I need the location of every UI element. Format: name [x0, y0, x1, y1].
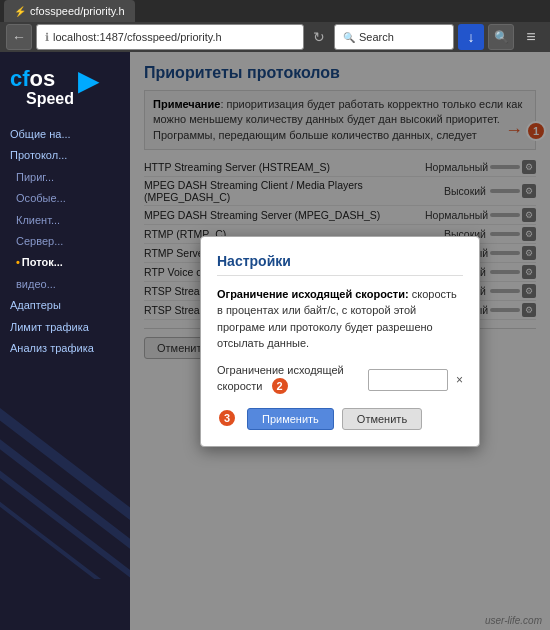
modal-body: Ограничение исходящей скорости: скорость… [217, 286, 463, 352]
modal-cancel-button[interactable]: Отменить [342, 408, 422, 430]
sidebar-item-special[interactable]: Особые... [0, 188, 130, 209]
sidebar-item-protocols[interactable]: Протокол... [0, 145, 130, 166]
clear-input-button[interactable]: × [456, 373, 463, 387]
main-content: Приоритеты протоколов Примечание: приори… [130, 52, 550, 630]
search-text: Search [359, 31, 394, 43]
browser-toolbar: ← ℹ localhost:1487/cfosspeed/priority.h … [0, 22, 550, 52]
apply-button[interactable]: Применить [247, 408, 334, 430]
sidebar: cfos Speed ▶ Общие на... Протокол... Пир… [0, 52, 130, 630]
logo-cfos: cfos [10, 68, 74, 90]
modal-buttons: 3 Применить Отменить [217, 408, 463, 430]
bullet-icon: • [16, 256, 20, 268]
download-icon: ↓ [468, 29, 475, 45]
settings-modal: Настройки Ограничение исходящей скорости… [200, 236, 480, 447]
tab-label: cfosspeed/priority.h [30, 5, 125, 17]
sidebar-item-client[interactable]: Клиент... [0, 210, 130, 231]
logo-cf-part: cf [10, 66, 30, 91]
browser-chrome: ⚡ cfosspeed/priority.h ← ℹ localhost:148… [0, 0, 550, 52]
badge-3: 3 [217, 408, 237, 428]
browser-tabs: ⚡ cfosspeed/priority.h [0, 0, 550, 22]
sidebar-item-traffic-limit[interactable]: Лимит трафика [0, 317, 130, 338]
refresh-button[interactable]: ↻ [308, 24, 330, 50]
sidebar-item-pir[interactable]: Пириг... [0, 167, 130, 188]
sidebar-item-traffic-analysis[interactable]: Анализ трафика [0, 338, 130, 359]
search-icon: 🔍 [343, 32, 355, 43]
logo-speed: Speed [10, 90, 74, 108]
url-bar[interactable]: ℹ localhost:1487/cfosspeed/priority.h [36, 24, 304, 50]
modal-field-row: Ограничение исходящей скорости 2 × [217, 364, 463, 396]
sidebar-item-general[interactable]: Общие на... [0, 124, 130, 145]
modal-title: Настройки [217, 253, 463, 276]
logo-arrow-icon: ▶ [78, 64, 100, 97]
back-button[interactable]: ← [6, 24, 32, 50]
badge-2: 2 [270, 376, 290, 396]
sidebar-item-adapters[interactable]: Адаптеры [0, 295, 130, 316]
sidebar-item-stream[interactable]: •Поток... [0, 252, 130, 273]
sidebar-item-video[interactable]: видео... [0, 274, 130, 295]
modal-field-label: Ограничение исходящей скорости 2 [217, 364, 362, 396]
modal-body-label: Ограничение исходящей скорости: [217, 288, 409, 300]
sidebar-decoration [0, 379, 130, 579]
modal-overlay: Настройки Ограничение исходящей скорости… [130, 52, 550, 630]
sidebar-item-server[interactable]: Сервер... [0, 231, 130, 252]
tab-favicon: ⚡ [14, 6, 26, 17]
search-button[interactable]: 🔍 [488, 24, 514, 50]
download-button[interactable]: ↓ [458, 24, 484, 50]
logo-os-part: os [30, 66, 56, 91]
url-text: localhost:1487/cfosspeed/priority.h [53, 31, 222, 43]
info-icon: ℹ [45, 31, 49, 44]
active-tab[interactable]: ⚡ cfosspeed/priority.h [4, 0, 135, 22]
logo-area: cfos Speed ▶ [0, 60, 130, 124]
menu-button[interactable]: ≡ [518, 24, 544, 50]
page: cfos Speed ▶ Общие на... Протокол... Пир… [0, 52, 550, 630]
search-bar[interactable]: 🔍 Search [334, 24, 454, 50]
sidebar-nav: Общие на... Протокол... Пириг... Особые.… [0, 124, 130, 359]
speed-limit-input[interactable] [368, 369, 448, 391]
